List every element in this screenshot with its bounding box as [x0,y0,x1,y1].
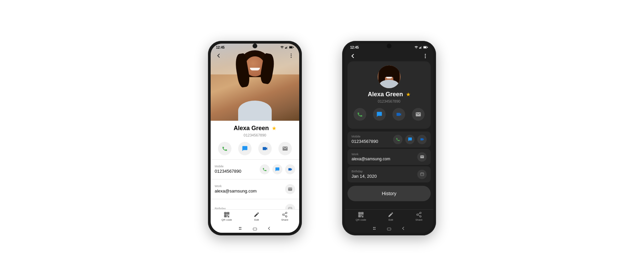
notch-dark [387,44,391,48]
svg-rect-40 [361,215,362,216]
time-light: 12:45 [216,46,225,49]
svg-rect-24 [419,48,420,49]
back-button-light[interactable] [215,52,223,60]
svg-rect-18 [227,216,228,217]
svg-point-8 [291,57,292,58]
top-bar-light [211,50,299,61]
email-btn-light[interactable] [278,142,292,155]
svg-point-30 [425,54,426,55]
svg-point-22 [285,216,287,217]
message-btn-light[interactable] [238,142,252,155]
contact-number-dark: 01234567890 [353,99,425,103]
back-button-dark[interactable] [349,52,357,60]
mobile-label-dark: Mobile [352,135,378,138]
history-button-dark[interactable]: History [347,186,431,201]
time-dark: 12:45 [350,46,359,49]
share-label-dark: Share [415,218,422,221]
gesture-back-light [266,225,272,231]
contact-name-dark: Alexa Green [368,91,403,98]
svg-rect-47 [387,228,391,230]
svg-rect-29 [427,47,428,48]
star-icon-light: ★ [272,125,276,131]
mobile-call-btn-light[interactable] [260,164,270,174]
call-btn-light[interactable] [218,142,231,155]
contact-name-light: Alexa Green [233,125,269,132]
birthday-label-dark: Birthday [352,170,377,173]
mobile-video-dark[interactable] [417,135,427,144]
svg-rect-11 [225,213,226,214]
work-row-light: Work alexa@samsung.com [211,181,299,198]
svg-rect-0 [285,48,286,49]
birthday-cal-btn-dark[interactable] [417,170,427,179]
qrcode-label-dark: QR code [356,218,366,221]
birthday-value-dark: Jan 14, 2020 [352,174,377,179]
avatar-dark [378,65,400,88]
phone-light: 12:45 [208,41,302,235]
gesture-back-dark [400,225,406,231]
qrcode-nav-light[interactable]: QR code [221,212,232,221]
top-bar-dark [345,51,433,61]
mobile-value-dark: 01234567890 [352,139,378,144]
svg-rect-43 [362,216,364,217]
svg-point-32 [425,57,426,58]
edit-nav-light[interactable]: Edit [254,212,260,221]
svg-point-20 [285,212,287,214]
more-button-light[interactable] [287,52,295,60]
gesture-menu-dark [372,225,378,231]
contact-info-light: Alexa Green ★ 01234567890 [211,121,299,217]
mobile-call-dark[interactable] [393,135,402,144]
mobile-video-btn-light[interactable] [285,164,295,174]
message-btn-dark[interactable] [373,108,386,121]
battery-icon-dark [423,46,428,49]
svg-point-6 [291,53,292,54]
status-icons-dark [415,46,428,49]
work-email-btn-dark[interactable] [417,152,427,162]
svg-rect-39 [359,215,360,217]
mobile-msg-btn-light[interactable] [272,164,282,174]
mobile-msg-dark[interactable] [405,135,415,144]
work-row-dark: Work alexa@samsung.com [347,149,431,165]
work-email-light: alexa@samsung.com [215,188,285,194]
mobile-row-dark: Mobile 01234567890 [347,131,431,148]
svg-rect-33 [420,173,424,176]
gesture-home-light [252,225,258,231]
edit-label-light: Edit [254,218,259,221]
svg-point-46 [420,216,421,217]
qrcode-label-light: QR code [221,218,232,221]
svg-rect-1 [286,47,287,49]
status-icons-light [280,46,294,49]
contact-number-light: 01234567890 [211,133,299,137]
more-button-dark[interactable] [421,52,429,60]
svg-rect-15 [225,215,226,217]
share-label-light: Share [281,218,288,221]
share-nav-dark[interactable]: Share [415,212,422,221]
work-label-light: Work [215,184,285,188]
wifi-icon-dark [415,46,418,49]
svg-rect-42 [361,216,362,217]
svg-rect-13 [227,213,229,214]
share-nav-light[interactable]: Share [281,212,288,221]
svg-rect-2 [287,46,287,49]
svg-rect-16 [227,215,228,216]
video-btn-light[interactable] [258,142,272,155]
work-email-btn-light[interactable] [285,184,295,194]
qrcode-nav-dark[interactable]: QR code [356,212,366,221]
email-btn-dark[interactable] [412,108,425,121]
svg-rect-5 [293,47,294,48]
star-icon-dark: ★ [406,91,411,98]
svg-point-45 [417,214,418,215]
svg-rect-26 [421,46,422,49]
details-dark: Mobile 01234567890 [347,131,431,201]
svg-rect-25 [420,47,421,49]
svg-point-31 [425,55,426,56]
svg-rect-37 [362,213,363,214]
action-row-dark [353,108,425,121]
call-btn-dark[interactable] [354,108,366,121]
phone-dark: 12:45 [342,41,436,235]
battery-icon-light [289,46,294,49]
wifi-icon-light [280,46,284,49]
gesture-home-dark [386,225,392,231]
video-btn-dark[interactable] [392,108,405,121]
edit-nav-dark[interactable]: Edit [388,212,394,221]
svg-point-44 [420,212,421,214]
